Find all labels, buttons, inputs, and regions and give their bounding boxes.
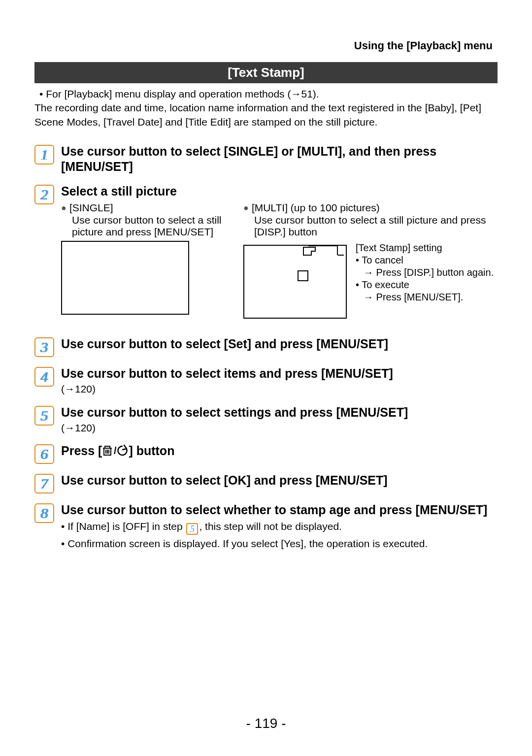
step: 6 Press [ / <box>34 443 498 464</box>
page: Using the [Playback] menu [Text Stamp] •… <box>0 0 532 551</box>
steps-list: 1 Use cursor button to select [SINGLE] o… <box>34 144 498 551</box>
single-label: [SINGLE] <box>69 202 113 214</box>
step-number-badge: 2 <box>34 185 54 204</box>
breadcrumb: Using the [Playback] menu <box>34 39 498 52</box>
step-note: • Confirmation screen is displayed. If y… <box>61 537 498 551</box>
page-number: - 119 - <box>0 716 532 731</box>
step-title: Use cursor button to select [SINGLE] or … <box>61 144 498 175</box>
bullet-icon: ● <box>243 202 249 214</box>
step-number-badge: 8 <box>34 503 54 523</box>
step-number-badge: 1 <box>34 145 54 164</box>
section-title: [Text Stamp] <box>34 62 498 83</box>
step: 4 Use cursor button to select items and … <box>34 366 498 396</box>
step-number-badge: 3 <box>34 337 54 357</box>
step-title: Use cursor button to select items and pr… <box>61 366 498 381</box>
single-column: ●[SINGLE] Use cursor button to select a … <box>61 202 224 319</box>
single-screen-placeholder <box>61 241 189 315</box>
callout-execute-label: To execute <box>362 279 409 290</box>
single-detail: Use cursor button to select a still pict… <box>61 214 224 238</box>
callout-line <box>308 245 338 255</box>
intro-text: • For [Playback] menu display and operat… <box>34 87 498 129</box>
multi-column: ●[MULTI] (up to 100 pictures) Use cursor… <box>243 202 498 319</box>
intro-line: • For [Playback] menu display and operat… <box>34 87 498 101</box>
callout-cancel-label: To cancel <box>362 255 403 265</box>
callout-execute-action: → Press [MENU/SET]. <box>356 291 494 303</box>
step-number-badge: 7 <box>34 474 54 493</box>
step: 7 Use cursor button to select [OK] and p… <box>34 473 498 493</box>
step-note: • If [Name] is [OFF] in step 5, this ste… <box>61 520 498 535</box>
trash-return-icon: / <box>102 444 129 457</box>
step-title: Use cursor button to select [OK] and pre… <box>61 473 498 488</box>
callout-text: [Text Stamp] setting • To cancel → Press… <box>356 242 494 303</box>
step-sub: (→120) <box>61 421 498 434</box>
step-sub: (→120) <box>61 382 498 395</box>
intro-line: The recording date and time, location na… <box>34 101 498 129</box>
multi-detail: Use cursor button to select a still pict… <box>243 214 498 238</box>
step: 8 Use cursor button to select whether to… <box>34 502 498 551</box>
step-title: Select a still picture <box>61 184 498 199</box>
callout-cancel-action: → Press [DISP.] button again. <box>356 266 494 279</box>
step: 1 Use cursor button to select [SINGLE] o… <box>34 144 498 175</box>
step-title: Use cursor button to select settings and… <box>61 405 498 420</box>
step: 2 Select a still picture ●[SINGLE] Use c… <box>34 184 498 319</box>
step-title: Use cursor button to select [Set] and pr… <box>61 336 498 352</box>
callout-setting: [Text Stamp] setting <box>356 242 494 254</box>
svg-text:/: / <box>114 445 117 456</box>
step-title: Press [ / <box>61 443 498 459</box>
step: 3 Use cursor button to select [Set] and … <box>34 336 498 357</box>
step-title: Use cursor button to select whether to s… <box>61 502 498 518</box>
step-number-badge: 5 <box>34 406 54 426</box>
selection-marker-icon <box>298 270 308 281</box>
step2-columns: ●[SINGLE] Use cursor button to select a … <box>61 202 498 319</box>
callout-line <box>338 255 344 256</box>
multi-screen-placeholder <box>243 245 347 319</box>
step-number-badge: 4 <box>34 367 54 387</box>
step-number-badge: 6 <box>34 444 54 464</box>
bullet-icon: ● <box>61 202 66 214</box>
inline-step-ref: 5 <box>186 523 198 535</box>
multi-label: [MULTI] (up to 100 pictures) <box>252 202 380 214</box>
step: 5 Use cursor button to select settings a… <box>34 405 498 435</box>
